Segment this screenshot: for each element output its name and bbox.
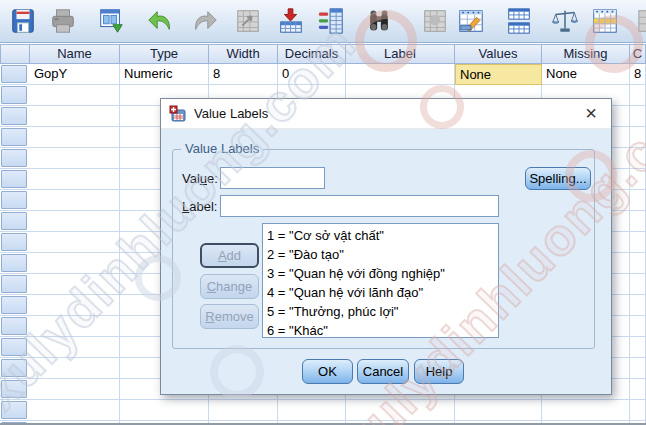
grid-cell[interactable]: None xyxy=(542,64,630,85)
row-header-cell[interactable] xyxy=(1,86,27,104)
row-header-cell[interactable] xyxy=(1,65,27,83)
label-input[interactable] xyxy=(220,195,499,217)
value-label-entry[interactable]: 1 = "Cơ sở vật chất" xyxy=(267,226,498,245)
row-header-cell[interactable] xyxy=(1,233,27,251)
grid-cell[interactable]: GopY xyxy=(30,64,120,85)
value-label-entry[interactable]: 4 = "Quan hệ với lãnh đạo" xyxy=(267,283,498,302)
grid-cell[interactable] xyxy=(278,400,346,421)
grid-cell[interactable]: 0 xyxy=(278,64,346,85)
print-icon[interactable] xyxy=(48,6,78,36)
grid-cell[interactable] xyxy=(30,274,120,295)
grid-cell[interactable] xyxy=(30,232,120,253)
grid-cell[interactable] xyxy=(630,400,646,421)
grid-cell[interactable] xyxy=(30,169,120,190)
row-header-cell[interactable] xyxy=(1,254,27,272)
row-header-cell[interactable] xyxy=(1,107,27,125)
add-button[interactable]: Add xyxy=(200,243,259,268)
column-header-width[interactable]: Width xyxy=(209,44,278,64)
grid-cell[interactable]: None xyxy=(455,64,542,85)
grid-cell[interactable] xyxy=(630,85,646,106)
grid-cell[interactable] xyxy=(630,106,646,127)
insert-cases-icon[interactable] xyxy=(420,6,450,36)
split-file-icon[interactable] xyxy=(504,6,534,36)
grid-cell[interactable] xyxy=(630,232,646,253)
row-header-cell[interactable] xyxy=(1,191,27,209)
column-header-decimals[interactable]: Decimals xyxy=(278,44,346,64)
value-label-entry[interactable]: 2 = "Đào tạo" xyxy=(267,245,498,264)
grid-cell[interactable]: 8 xyxy=(209,64,278,85)
change-button[interactable]: Change xyxy=(200,274,259,299)
grid-cell[interactable] xyxy=(630,253,646,274)
grid-cell[interactable] xyxy=(30,358,120,379)
column-header-name[interactable]: Name xyxy=(30,44,120,64)
grid-cell[interactable] xyxy=(30,400,120,421)
dialog-titlebar[interactable]: Value Labels × xyxy=(161,99,611,129)
row-header-cell[interactable] xyxy=(1,317,27,335)
row-header-cell[interactable] xyxy=(1,401,27,419)
grid-cell[interactable] xyxy=(30,148,120,169)
grid-cell[interactable] xyxy=(30,316,120,337)
find-icon[interactable] xyxy=(364,6,394,36)
grid-cell[interactable] xyxy=(209,400,278,421)
grid-cell[interactable] xyxy=(346,400,455,421)
column-header-type[interactable]: Type xyxy=(120,44,209,64)
row-header-cell[interactable] xyxy=(1,212,27,230)
value-labels-icon[interactable] xyxy=(636,6,646,36)
help-button[interactable]: Help xyxy=(414,359,464,384)
column-header-label[interactable]: Label xyxy=(346,44,455,64)
go-to-case-icon[interactable] xyxy=(233,6,263,36)
grid-cell[interactable] xyxy=(630,316,646,337)
grid-cell[interactable] xyxy=(542,400,630,421)
grid-cell[interactable] xyxy=(30,190,120,211)
ok-button[interactable]: OK xyxy=(302,359,353,384)
grid-cell[interactable] xyxy=(30,85,120,106)
grid-cell[interactable] xyxy=(630,169,646,190)
grid-cell[interactable] xyxy=(30,379,120,400)
grid-cell[interactable] xyxy=(30,211,120,232)
cancel-button[interactable]: Cancel xyxy=(357,359,409,384)
grid-cell[interactable] xyxy=(455,400,542,421)
save-icon[interactable] xyxy=(8,6,38,36)
column-header-values[interactable]: Values xyxy=(455,44,542,64)
row-header-cell[interactable] xyxy=(1,296,27,314)
row-header-cell[interactable] xyxy=(1,380,27,398)
grid-cell[interactable] xyxy=(630,274,646,295)
row-header-cell[interactable] xyxy=(1,359,27,377)
grid-cell[interactable] xyxy=(630,379,646,400)
grid-cell[interactable] xyxy=(630,358,646,379)
row-header-cell[interactable] xyxy=(1,338,27,356)
grid-cell[interactable] xyxy=(630,337,646,358)
redo-icon[interactable] xyxy=(190,6,220,36)
weight-cases-icon[interactable] xyxy=(550,6,580,36)
variables-icon[interactable] xyxy=(316,6,346,36)
grid-cell[interactable] xyxy=(630,148,646,169)
remove-button[interactable]: Remove xyxy=(200,304,259,329)
value-input[interactable] xyxy=(220,167,325,189)
spelling-button[interactable]: Spelling... xyxy=(525,167,591,190)
row-header-cell[interactable] xyxy=(1,149,27,167)
row-header-cell[interactable] xyxy=(1,128,27,146)
go-to-variable-icon[interactable] xyxy=(276,6,306,36)
close-icon[interactable]: × xyxy=(579,100,603,126)
grid-cell[interactable]: Numeric xyxy=(120,64,209,85)
row-header-cell[interactable] xyxy=(1,170,27,188)
grid-cell[interactable] xyxy=(630,127,646,148)
column-header-missing[interactable]: Missing xyxy=(542,44,630,64)
value-label-entry[interactable]: 6 = "Khác" xyxy=(267,321,498,338)
grid-cell[interactable] xyxy=(30,253,120,274)
grid-cell[interactable] xyxy=(630,295,646,316)
grid-cell[interactable] xyxy=(346,64,455,85)
grid-cell[interactable] xyxy=(30,127,120,148)
grid-cell[interactable] xyxy=(120,400,209,421)
grid-cell[interactable] xyxy=(630,211,646,232)
grid-cell[interactable] xyxy=(30,106,120,127)
grid-cell[interactable] xyxy=(30,337,120,358)
value-label-entry[interactable]: 5 = "Thưởng, phúc lợi" xyxy=(267,302,498,321)
grid-cell[interactable] xyxy=(30,295,120,316)
select-cases-icon[interactable] xyxy=(590,6,620,36)
value-label-entry[interactable]: 3 = "Quan hệ với đồng nghiệp" xyxy=(267,264,498,283)
undo-icon[interactable] xyxy=(145,6,175,36)
insert-variable-icon[interactable] xyxy=(456,6,486,36)
recall-dialogs-icon[interactable] xyxy=(96,6,126,36)
column-header-columns[interactable]: C xyxy=(630,44,646,64)
